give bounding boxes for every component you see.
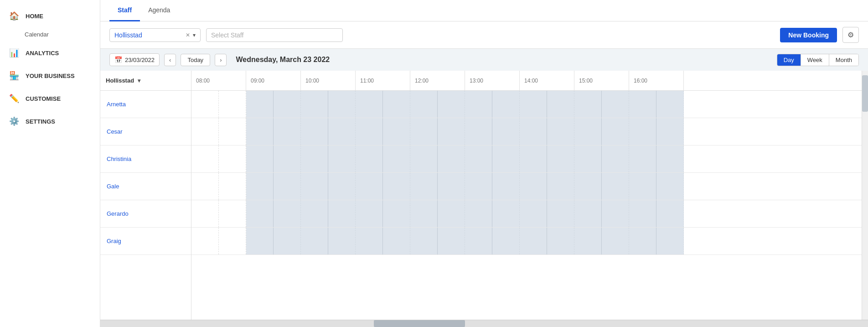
location-selector[interactable]: Hollisstad ✕ ▾ xyxy=(109,28,201,42)
time-slot[interactable] xyxy=(629,91,656,118)
time-slot[interactable] xyxy=(465,173,492,200)
time-slot[interactable] xyxy=(465,118,492,145)
view-day-button[interactable]: Day xyxy=(777,54,801,66)
view-week-button[interactable]: Week xyxy=(801,54,829,66)
time-slot[interactable] xyxy=(520,228,547,254)
vertical-scrollbar-thumb[interactable] xyxy=(862,75,868,112)
time-slot[interactable] xyxy=(602,118,629,145)
time-slot[interactable] xyxy=(328,118,356,145)
sidebar-item-your-business[interactable]: 🏪 YOUR BUSINESS xyxy=(0,64,100,87)
time-slot[interactable] xyxy=(520,200,547,227)
time-slot[interactable] xyxy=(574,91,602,118)
tab-agenda[interactable]: Agenda xyxy=(140,0,178,21)
time-slot[interactable] xyxy=(301,118,328,145)
time-slot[interactable] xyxy=(383,228,410,254)
prev-date-button[interactable]: ‹ xyxy=(164,54,176,66)
time-slot[interactable] xyxy=(656,228,684,254)
time-slot[interactable] xyxy=(328,91,356,118)
time-slot[interactable] xyxy=(383,200,410,227)
today-button[interactable]: Today xyxy=(181,54,210,66)
time-slot[interactable] xyxy=(438,91,465,118)
time-slot[interactable] xyxy=(574,228,602,254)
staff-link-christinia[interactable]: Christinia xyxy=(107,156,131,162)
settings-button[interactable]: ⚙ xyxy=(842,27,859,43)
time-row-0[interactable] xyxy=(191,91,862,118)
time-slot[interactable] xyxy=(219,200,246,227)
time-slot[interactable] xyxy=(219,145,246,172)
date-picker[interactable]: 📅 23/03/2022 xyxy=(109,53,160,66)
time-slot[interactable] xyxy=(438,145,465,172)
time-slot[interactable] xyxy=(602,145,629,172)
time-row-2[interactable] xyxy=(191,145,862,173)
time-slot[interactable] xyxy=(356,228,383,254)
time-slot[interactable] xyxy=(301,145,328,172)
time-slot[interactable] xyxy=(629,173,656,200)
time-slot[interactable] xyxy=(328,173,356,200)
time-row-3[interactable] xyxy=(191,173,862,200)
time-slot[interactable] xyxy=(547,200,574,227)
time-slot[interactable] xyxy=(356,173,383,200)
sidebar-item-analytics[interactable]: 📊 ANALYTICS xyxy=(0,42,100,64)
time-slot[interactable] xyxy=(629,228,656,254)
time-slot[interactable] xyxy=(356,118,383,145)
time-slot[interactable] xyxy=(547,145,574,172)
time-slot[interactable] xyxy=(274,200,301,227)
staff-link-graig[interactable]: Graig xyxy=(107,238,121,244)
time-slot[interactable] xyxy=(656,173,684,200)
time-slot[interactable] xyxy=(410,91,438,118)
time-slot[interactable] xyxy=(301,228,328,254)
time-slot[interactable] xyxy=(410,118,438,145)
staff-link-gale[interactable]: Gale xyxy=(107,183,119,190)
time-slot[interactable] xyxy=(629,145,656,172)
time-slot[interactable] xyxy=(383,91,410,118)
new-booking-button[interactable]: New Booking xyxy=(780,28,837,42)
time-slot[interactable] xyxy=(383,118,410,145)
time-slot[interactable] xyxy=(219,118,246,145)
time-slot[interactable] xyxy=(191,228,219,254)
time-slot[interactable] xyxy=(574,200,602,227)
time-slot[interactable] xyxy=(492,145,520,172)
time-slot[interactable] xyxy=(301,173,328,200)
tab-staff[interactable]: Staff xyxy=(109,0,140,21)
time-slot[interactable] xyxy=(191,173,219,200)
time-slot[interactable] xyxy=(191,91,219,118)
time-slot[interactable] xyxy=(656,200,684,227)
time-slot[interactable] xyxy=(656,91,684,118)
time-slot[interactable] xyxy=(602,228,629,254)
time-slot[interactable] xyxy=(574,118,602,145)
staff-selector[interactable]: Select Staff xyxy=(206,28,343,42)
time-row-5[interactable] xyxy=(191,228,862,255)
time-slot[interactable] xyxy=(547,228,574,254)
staff-column-dropdown-icon[interactable]: ▾ xyxy=(138,78,140,84)
time-slot[interactable] xyxy=(602,200,629,227)
staff-link-cesar[interactable]: Cesar xyxy=(107,128,123,135)
time-slot[interactable] xyxy=(656,145,684,172)
time-slot[interactable] xyxy=(219,91,246,118)
time-row-4[interactable] xyxy=(191,200,862,228)
time-slot[interactable] xyxy=(301,91,328,118)
next-date-button[interactable]: › xyxy=(215,54,227,66)
sidebar-item-home[interactable]: 🏠 HOME xyxy=(0,5,100,27)
time-slot[interactable] xyxy=(246,145,274,172)
time-slot[interactable] xyxy=(547,173,574,200)
time-slot[interactable] xyxy=(465,228,492,254)
time-slot[interactable] xyxy=(274,228,301,254)
time-slot[interactable] xyxy=(191,118,219,145)
time-row-1[interactable] xyxy=(191,118,862,145)
time-slot[interactable] xyxy=(602,173,629,200)
time-slot[interactable] xyxy=(520,173,547,200)
time-slot[interactable] xyxy=(574,145,602,172)
time-slot[interactable] xyxy=(465,145,492,172)
time-slot[interactable] xyxy=(246,173,274,200)
time-slot[interactable] xyxy=(246,228,274,254)
time-slot[interactable] xyxy=(301,200,328,227)
time-slot[interactable] xyxy=(274,91,301,118)
time-slot[interactable] xyxy=(602,91,629,118)
horizontal-scrollbar-thumb[interactable] xyxy=(374,320,465,327)
time-slot[interactable] xyxy=(383,173,410,200)
time-slot[interactable] xyxy=(383,145,410,172)
horizontal-scrollbar[interactable] xyxy=(100,320,868,327)
time-slot[interactable] xyxy=(656,118,684,145)
time-slot[interactable] xyxy=(547,118,574,145)
time-slot[interactable] xyxy=(356,91,383,118)
